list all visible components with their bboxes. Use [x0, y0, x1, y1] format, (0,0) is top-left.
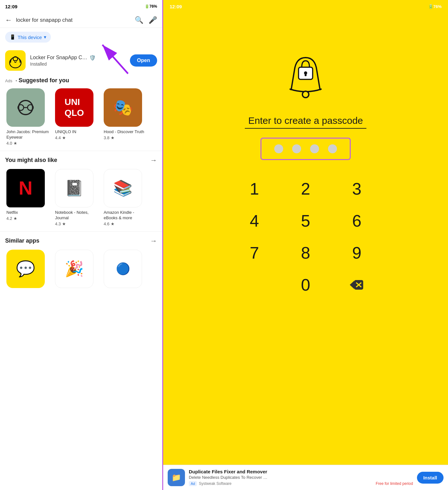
kindle-name: Amazon Kindle - eBooks & more [104, 210, 147, 221]
time-right: 12:09 [170, 4, 182, 9]
app-status-text: Installed [30, 61, 125, 67]
ad-app-name: Duplicate Files Fixer and Remover [189, 469, 413, 474]
top-app-result: Locker For SnapApp C… 🛡️ Installed Open [0, 46, 162, 75]
app-info-locker: Locker For SnapApp C… 🛡️ Installed [30, 55, 125, 67]
also-like-arrow[interactable]: → [150, 156, 157, 165]
john-jacobs-name: John Jacobs: Premium Eyewear [6, 129, 50, 140]
ad-app-desc: Delete Needless Duplicates To Recover … [189, 475, 413, 480]
app-card-netflix[interactable]: N Netflix 4.2 ★ [4, 166, 52, 229]
divider-1 [0, 151, 162, 151]
num-9[interactable]: 9 [331, 240, 382, 266]
num-5[interactable]: 5 [280, 208, 331, 234]
passcode-dots [260, 138, 351, 160]
also-like-section-header: You might also like → [0, 154, 162, 166]
battery-icon-right: 🔋76% [428, 4, 442, 9]
hood-rating: 3.8 ★ [104, 135, 147, 140]
app-name-text: Locker For SnapApp C… [30, 55, 87, 60]
device-filter-label: This device [18, 35, 42, 40]
suggested-title-group: Ads • Suggested for you [5, 77, 69, 84]
ad-meta: Ad Systweak Software Free for limited pe… [189, 481, 413, 486]
svg-point-3 [15, 61, 16, 62]
suggested-apps-row: John Jacobs: Premium Eyewear 4.0 ★ UNIQL… [0, 86, 162, 148]
num-3[interactable]: 3 [331, 176, 382, 202]
similar-apps-row: 💬 🎉 🔵 [0, 247, 162, 293]
also-like-apps-row: N Netflix 4.2 ★ 📓 Notebook - Notes, Jour… [0, 166, 162, 229]
similar-title: Similar apps [5, 237, 39, 244]
svg-marker-14 [350, 281, 354, 289]
app-card-kindle[interactable]: 📚 Amazon Kindle - eBooks & more 4.6 ★ [101, 166, 150, 229]
ad-source: Systweak Software [199, 481, 231, 486]
netflix-name: Netflix [6, 210, 50, 215]
passcode-dot-3 [310, 144, 319, 153]
num-8[interactable]: 8 [280, 240, 331, 266]
john-jacobs-svg [14, 96, 37, 119]
app-card-hood[interactable]: 🎭 Hood - Discover Truth 3.8 ★ [101, 86, 150, 148]
back-button[interactable]: ← [5, 16, 12, 24]
verified-icon: 🛡️ [89, 55, 96, 61]
app-card-notebook[interactable]: 📓 Notebook - Notes, Journal 4.3 ★ [52, 166, 101, 229]
search-input[interactable] [16, 17, 131, 23]
app-icon-netflix: N [6, 169, 45, 207]
num-2[interactable]: 2 [280, 176, 331, 202]
app-body: Enter to create a passcode 1 2 3 4 5 6 7… [163, 13, 448, 490]
search-icon[interactable]: 🔍 [135, 16, 143, 24]
backspace-button[interactable] [331, 272, 382, 298]
suggested-section-header: Ads • Suggested for you [0, 75, 162, 86]
suggested-title: Suggested for you [19, 77, 69, 84]
status-bar-left: 12:09 🔋76% [0, 0, 162, 13]
app-icon-notebook: 📓 [55, 169, 93, 207]
passcode-dot-1 [274, 144, 283, 153]
notebook-name: Notebook - Notes, Journal [55, 210, 99, 221]
app-card-similar-2[interactable]: 🎉 [52, 247, 101, 293]
backspace-icon [350, 279, 364, 290]
filter-bar: 📱 This device ▾ [0, 28, 162, 46]
left-panel: 12:09 🔋76% ← 🔍 🎤 📱 This device ▾ [0, 0, 163, 490]
num-4[interactable]: 4 [229, 208, 280, 234]
ad-info: Duplicate Files Fixer and Remover Delete… [189, 469, 413, 486]
lock-bell-icon [280, 51, 331, 106]
install-button[interactable]: Install [417, 472, 444, 484]
device-filter-button[interactable]: 📱 This device ▾ [5, 32, 51, 43]
svg-rect-12 [305, 73, 307, 76]
netflix-rating: 4.2 ★ [6, 216, 50, 221]
device-icon: 📱 [10, 34, 16, 40]
right-panel: 12:09 🔋76% Enter [163, 0, 448, 490]
app-icon-john [6, 88, 45, 127]
similar-icon-2: 🎉 [55, 250, 93, 288]
app-card-similar-1[interactable]: 💬 [4, 247, 52, 293]
app-icon-locker [5, 50, 26, 71]
hood-name: Hood - Discover Truth [104, 129, 147, 135]
ad-banner: 📁 Duplicate Files Fixer and Remover Dele… [163, 465, 448, 490]
also-like-title: You might also like [5, 157, 57, 164]
time-left: 12:09 [5, 4, 17, 9]
similar-section-header: Similar apps → [0, 234, 162, 247]
ad-app-icon-symbol: 📁 [172, 473, 181, 482]
passcode-dot-2 [292, 144, 301, 153]
app-icon-kindle: 📚 [104, 169, 142, 207]
mic-icon[interactable]: 🎤 [148, 16, 157, 24]
status-icons-left: 🔋76% [145, 4, 157, 9]
num-7[interactable]: 7 [229, 240, 280, 266]
num-1[interactable]: 1 [229, 176, 280, 202]
similar-arrow[interactable]: → [150, 237, 157, 245]
passcode-dot-4 [328, 144, 337, 153]
open-button[interactable]: Open [130, 54, 157, 67]
svg-point-9 [302, 91, 309, 98]
app-card-uniqlo[interactable]: UNIQLO UNIQLO IN 4.4 ★ [52, 86, 101, 148]
ad-app-icon: 📁 [168, 469, 185, 486]
uniqlo-name: UNIQLO IN [55, 129, 99, 135]
locker-icon-svg [7, 52, 23, 68]
app-icon-uniqlo: UNIQLO [55, 88, 93, 127]
num-0[interactable]: 0 [280, 272, 331, 298]
battery-icon: 🔋76% [145, 4, 157, 9]
num-6[interactable]: 6 [331, 208, 382, 234]
ad-free-text: Free for limited period [376, 481, 413, 486]
similar-icon-1: 💬 [6, 250, 45, 288]
ads-badge: Ads [5, 78, 12, 83]
app-card-similar-3[interactable]: 🔵 [101, 247, 150, 293]
kindle-rating: 4.6 ★ [104, 221, 147, 226]
uniqlo-rating: 4.4 ★ [55, 135, 99, 140]
dropdown-icon: ▾ [44, 34, 46, 40]
similar-icon-3: 🔵 [104, 250, 142, 288]
app-card-john-jacobs[interactable]: John Jacobs: Premium Eyewear 4.0 ★ [4, 86, 52, 148]
